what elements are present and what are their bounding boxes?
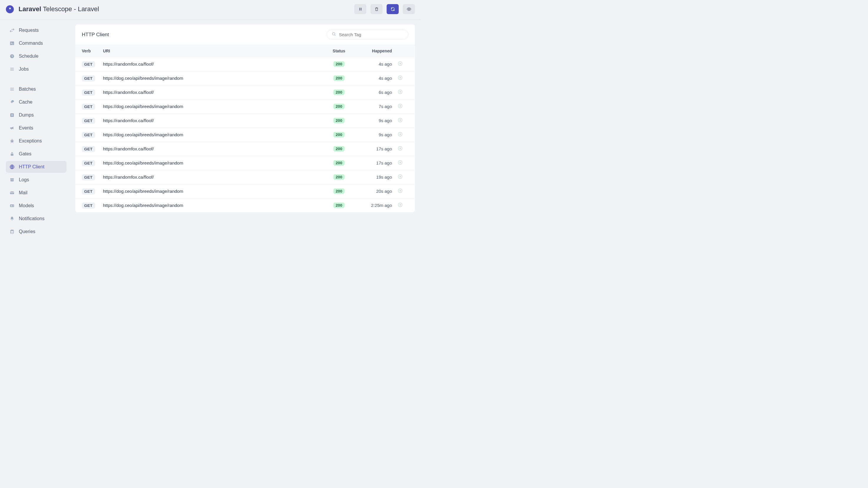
uri-text: https://randomfox.ca/floof/ — [103, 146, 154, 151]
uri-text: https://randomfox.ca/floof/ — [103, 62, 154, 66]
sidebar-item-label: Cache — [19, 99, 32, 105]
verb-badge: GET — [82, 146, 95, 152]
sidebar-item-label: Exceptions — [19, 138, 42, 144]
status-badge: 200 — [333, 132, 345, 138]
db-icon — [9, 229, 15, 234]
arrow-right-icon[interactable] — [398, 146, 403, 151]
svg-rect-13 — [10, 205, 14, 207]
arrow-right-icon[interactable] — [398, 174, 403, 179]
arrow-right-icon[interactable] — [398, 131, 403, 137]
uri-text: https://randomfox.ca/floof/ — [103, 90, 154, 95]
verb-badge: GET — [82, 174, 95, 180]
col-verb: Verb — [82, 49, 103, 53]
svg-rect-11 — [12, 180, 13, 180]
arrow-right-icon[interactable] — [398, 61, 403, 66]
pause-button[interactable] — [354, 4, 366, 14]
http-client-card: HTTP Client Verb URI Status Happened GET… — [75, 24, 415, 212]
happened-text: 7s ago — [379, 104, 392, 109]
uri-text: https://dog.ceo/api/breeds/image/random — [103, 203, 183, 208]
sidebar-item-gates[interactable]: Gates — [6, 148, 66, 160]
toggle-view-button[interactable] — [403, 4, 415, 14]
sidebar-item-models[interactable]: Models — [6, 200, 66, 212]
sidebar-item-label: Queries — [19, 229, 35, 234]
table-row: GEThttps://randomfox.ca/floof/2004s ago — [75, 57, 415, 71]
table-header: Verb URI Status Happened — [75, 45, 415, 57]
status-badge: 200 — [333, 160, 345, 166]
sidebar-item-commands[interactable]: Commands — [6, 37, 66, 49]
verb-badge: GET — [82, 132, 95, 138]
sidebar-item-label: Commands — [19, 41, 43, 46]
search-icon — [332, 32, 336, 37]
verb-badge: GET — [82, 89, 95, 96]
col-uri: URI — [103, 49, 321, 53]
clear-button[interactable] — [370, 4, 382, 14]
table-row: GEThttps://dog.ceo/api/breeds/image/rand… — [75, 199, 415, 212]
arrow-right-icon[interactable] — [398, 117, 403, 123]
idcard-icon — [9, 203, 15, 208]
sidebar-item-httpclient[interactable]: HTTP Client — [6, 161, 66, 173]
arrow-right-icon[interactable] — [398, 188, 403, 193]
table-row: GEThttps://dog.ceo/api/breeds/image/rand… — [75, 99, 415, 114]
verb-badge: GET — [82, 75, 95, 82]
sidebar-item-dumps[interactable]: Dumps — [6, 109, 66, 121]
bullhorn-icon — [9, 125, 15, 131]
app-logo — [6, 5, 14, 13]
lock-icon — [9, 151, 15, 157]
archive-icon — [9, 177, 15, 182]
sidebar-item-events[interactable]: Events — [6, 122, 66, 134]
bug-icon — [9, 138, 15, 144]
brand: Laravel Telescope - Laravel — [6, 5, 99, 13]
happened-text: 17s ago — [376, 146, 392, 151]
table-body: GEThttps://randomfox.ca/floof/2004s agoG… — [75, 57, 415, 212]
sidebar-item-batches[interactable]: Batches — [6, 83, 66, 95]
sidebar-item-label: HTTP Client — [19, 164, 44, 170]
sidebar-item-schedule[interactable]: Schedule — [6, 50, 66, 62]
sidebar-item-label: Dumps — [19, 113, 34, 118]
status-badge: 200 — [333, 203, 345, 208]
svg-point-14 — [11, 205, 12, 206]
sidebar-item-label: Requests — [19, 28, 39, 33]
rocket-icon — [9, 99, 15, 105]
sidebar-item-queries[interactable]: Queries — [6, 226, 66, 238]
app-title: Laravel Telescope - Laravel — [19, 5, 99, 13]
arrow-right-icon[interactable] — [398, 160, 403, 165]
verb-badge: GET — [82, 160, 95, 166]
arrow-right-icon[interactable] — [398, 103, 403, 109]
svg-rect-9 — [10, 178, 14, 179]
happened-text: 9s ago — [379, 118, 392, 123]
table-row: GEThttps://dog.ceo/api/breeds/image/rand… — [75, 156, 415, 170]
sidebar-item-exceptions[interactable]: Exceptions — [6, 135, 66, 147]
sidebar-item-requests[interactable]: Requests — [6, 24, 66, 36]
sidebar-item-label: Models — [19, 203, 34, 208]
status-badge: 200 — [333, 89, 345, 95]
sidebar-item-label: Events — [19, 125, 33, 131]
globe-icon — [9, 164, 15, 170]
arrow-right-icon[interactable] — [398, 75, 403, 80]
status-badge: 200 — [333, 118, 345, 123]
search-input[interactable] — [339, 32, 403, 37]
arrow-right-icon[interactable] — [398, 89, 403, 94]
table-row: GEThttps://randomfox.ca/floof/20017s ago — [75, 142, 415, 156]
sidebar-item-cache[interactable]: Cache — [6, 96, 66, 108]
card-header: HTTP Client — [75, 24, 415, 45]
table-row: GEThttps://dog.ceo/api/breeds/image/rand… — [75, 128, 415, 142]
refresh-button[interactable] — [386, 4, 399, 14]
sidebar-item-jobs[interactable]: Jobs — [6, 63, 66, 75]
sidebar-item-logs[interactable]: Logs — [6, 174, 66, 186]
uri-text: https://dog.ceo/api/breeds/image/random — [103, 75, 183, 81]
arrow-right-icon[interactable] — [398, 202, 403, 208]
search-wrap[interactable] — [327, 30, 408, 39]
swap-icon — [9, 28, 15, 33]
uri-text: https://dog.ceo/api/breeds/image/random — [103, 104, 183, 109]
happened-text: 2:25m ago — [371, 203, 392, 208]
col-status: Status — [321, 49, 356, 53]
clock-icon — [9, 54, 15, 59]
happened-text: 17s ago — [376, 160, 392, 165]
sidebar-item-label: Batches — [19, 87, 36, 92]
top-bar: Laravel Telescope - Laravel — [0, 0, 421, 20]
sidebar-item-notifications[interactable]: Notifications — [6, 213, 66, 224]
col-happened: Happened — [356, 49, 392, 53]
sidebar-item-mail[interactable]: Mail — [6, 187, 66, 199]
svg-rect-3 — [10, 41, 14, 45]
happened-text: 6s ago — [379, 90, 392, 95]
